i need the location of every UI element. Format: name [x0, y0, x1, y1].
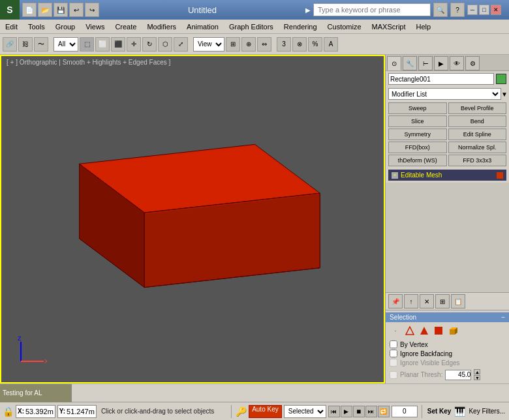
selection-collapse-btn[interactable]: − — [501, 314, 505, 321]
minimize-btn[interactable]: ─ — [467, 5, 478, 15]
modifier-normalize[interactable]: Normalize Spl. — [448, 142, 507, 153]
tab-hierarchy[interactable]: ⊢ — [418, 56, 433, 70]
menu-create[interactable]: Create — [110, 22, 142, 32]
anim-play-btn[interactable]: ▶ — [341, 406, 352, 417]
transform-btn[interactable]: ⤢ — [174, 37, 188, 52]
scale-btn[interactable]: ⬡ — [158, 37, 172, 52]
new-btn[interactable]: 📄 — [22, 3, 37, 17]
paste-btn[interactable]: 📋 — [451, 294, 465, 308]
view-align-btn[interactable]: ⊞ — [226, 37, 240, 52]
ignore-visible-checkbox[interactable] — [390, 359, 397, 367]
lock-icon[interactable]: 🔒 — [3, 406, 14, 417]
obj-color-swatch[interactable] — [496, 74, 506, 84]
bind-btn[interactable]: 〜 — [34, 37, 48, 52]
open-btn[interactable]: 📂 — [38, 3, 52, 17]
menu-help[interactable]: Help — [411, 22, 437, 32]
tab-modify[interactable]: 🔧 — [403, 56, 417, 70]
percent-btn[interactable]: % — [308, 37, 322, 52]
menu-group[interactable]: Group — [50, 22, 81, 32]
vertex-mode-icon[interactable]: · — [390, 325, 401, 337]
select-move-btn[interactable]: ✛ — [127, 37, 141, 52]
key-filters-btn[interactable]: Key Filters... — [467, 408, 506, 415]
menu-tools[interactable]: Tools — [23, 22, 50, 32]
menu-animation[interactable]: Animation — [181, 22, 224, 32]
separator-1 — [231, 405, 232, 418]
planar-checkbox[interactable] — [390, 371, 397, 379]
stack-area — [386, 183, 509, 292]
modifier-edit-spline[interactable]: Edit Spline — [448, 128, 507, 140]
maximize-btn[interactable]: □ — [479, 5, 489, 15]
filter-icon: 🎹 — [454, 406, 465, 417]
snap-btn[interactable]: ⊕ — [241, 37, 256, 52]
modifier-bend[interactable]: Bend — [448, 115, 507, 127]
planar-spinner[interactable]: ▲ ▼ — [474, 369, 480, 380]
num-1-btn[interactable]: 3 — [277, 37, 291, 52]
obj-name-input[interactable] — [388, 73, 494, 85]
window-crossing-btn[interactable]: ⬛ — [111, 37, 125, 52]
window-title: Untitled — [99, 5, 305, 15]
filter-dropdown[interactable]: All — [54, 37, 78, 52]
unlink-btn[interactable]: ⛓ — [18, 37, 33, 52]
save-btn[interactable]: 💾 — [54, 3, 68, 17]
link-btn[interactable]: 🔗 — [3, 37, 17, 52]
view-dropdown[interactable]: View — [193, 37, 224, 52]
modifier-list-dropdown[interactable]: Modifier List — [388, 88, 501, 100]
frame-input[interactable] — [392, 406, 418, 417]
select-region-btn[interactable]: ⬜ — [95, 37, 110, 52]
tab-display[interactable]: ⊙ — [387, 56, 401, 70]
move-up-btn[interactable]: ↑ — [404, 294, 418, 308]
delete-btn[interactable]: ✕ — [420, 294, 434, 308]
border-mode-icon[interactable] — [418, 325, 430, 337]
anim-stop-btn[interactable]: ⏹ — [353, 406, 365, 417]
anim-prev-btn[interactable]: ⏮ — [328, 406, 340, 417]
modifier-sweep[interactable]: Sweep — [388, 102, 447, 114]
menu-customize[interactable]: Customize — [322, 22, 367, 32]
search-input[interactable] — [313, 3, 431, 16]
close-btn[interactable]: ✕ — [491, 5, 501, 15]
planar-input[interactable] — [445, 370, 471, 380]
search-icon[interactable]: 🔍 — [433, 3, 448, 17]
menu-graph-editors[interactable]: Graph Editors — [224, 22, 279, 32]
copy-btn[interactable]: ⊞ — [435, 294, 450, 308]
edge-mode-icon[interactable] — [404, 325, 416, 337]
anim-loop-btn[interactable]: 🔁 — [378, 406, 390, 417]
auto-key-btn[interactable]: Auto Key — [249, 405, 282, 418]
modifier-ffd-box[interactable]: FFD(box) — [388, 142, 447, 153]
stack-expand-icon[interactable]: + — [392, 172, 398, 179]
tab-display2[interactable]: 👁 — [450, 56, 464, 70]
viewport[interactable]: [ + ] Orthographic | Smooth + Highlights… — [0, 55, 385, 383]
tab-utilities[interactable]: ⚙ — [465, 56, 480, 70]
tab-motion[interactable]: ▶ — [434, 56, 448, 70]
modifier-symmetry[interactable]: Symmetry — [388, 128, 447, 140]
modifier-stack[interactable]: + Editable Mesh — [388, 170, 506, 181]
set-key-btn[interactable]: Set Key — [426, 408, 453, 415]
anim-next-btn[interactable]: ⏭ — [365, 406, 377, 417]
menu-edit[interactable]: Edit — [0, 22, 23, 32]
modifier-bevel-profile[interactable]: Bevel Profile — [448, 102, 507, 114]
pin-btn[interactable]: 📌 — [388, 294, 403, 308]
polygon-mode-icon[interactable] — [433, 325, 444, 337]
menu-modifiers[interactable]: Modifiers — [142, 22, 181, 32]
modifier-slice[interactable]: Slice — [388, 115, 447, 127]
undo-btn[interactable]: ↩ — [69, 3, 84, 17]
help-btn[interactable]: ? — [450, 3, 465, 17]
ignore-backfacing-checkbox[interactable] — [390, 350, 397, 357]
rotate-btn[interactable]: ↻ — [142, 37, 157, 52]
extra-btn[interactable]: A — [324, 37, 338, 52]
by-vertex-checkbox[interactable] — [390, 340, 397, 348]
modifier-dropdown-row: Modifier List ▼ — [386, 87, 509, 101]
axis-svg: Z X — [14, 335, 47, 368]
svg-text:X: X — [44, 358, 47, 365]
element-mode-icon[interactable] — [447, 325, 459, 337]
menu-views[interactable]: Views — [80, 22, 110, 32]
selected-dropdown[interactable]: Selected — [284, 405, 326, 418]
x-label: X: — [18, 408, 24, 415]
menu-maxscript[interactable]: MAXScript — [367, 22, 411, 32]
named-sel-btn[interactable]: ⊗ — [292, 37, 307, 52]
select-btn[interactable]: ⬚ — [80, 37, 94, 52]
modifier-thdeform[interactable]: thDeform (WS) — [388, 155, 447, 166]
mirror-btn[interactable]: ⇔ — [257, 37, 271, 52]
menu-rendering[interactable]: Rendering — [279, 22, 322, 32]
redo-btn[interactable]: ↪ — [85, 3, 99, 17]
modifier-ffd-3x3x3[interactable]: FFD 3x3x3 — [448, 155, 507, 166]
